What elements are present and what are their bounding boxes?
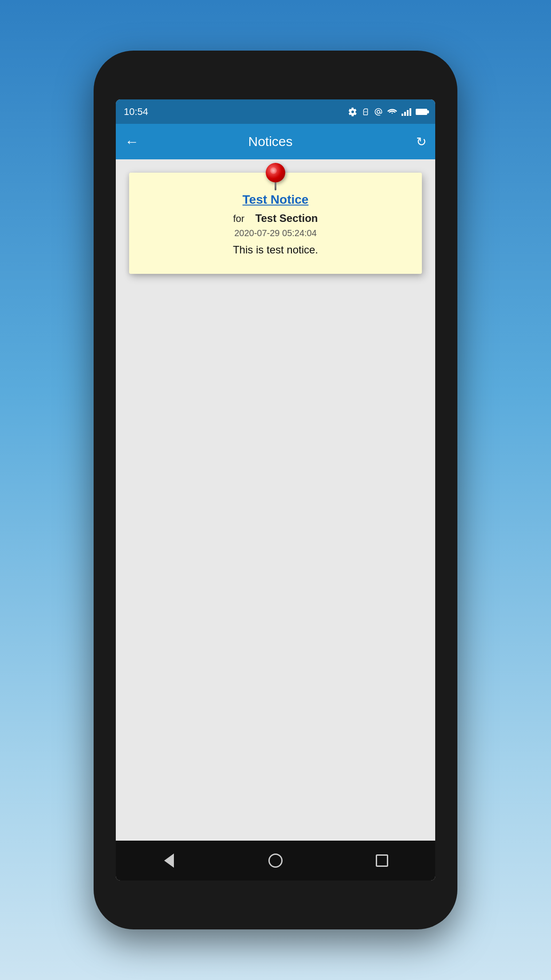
notice-card[interactable]: Test Notice for Test Section 2020-07-29 … bbox=[129, 173, 422, 274]
status-icons bbox=[348, 107, 427, 116]
for-label: for bbox=[233, 213, 244, 224]
battery-icon bbox=[416, 109, 427, 115]
home-circle-icon bbox=[268, 854, 283, 868]
phone-device: 10:54 bbox=[94, 51, 457, 929]
phone-screen: 10:54 bbox=[116, 99, 435, 881]
refresh-button[interactable]: ↻ bbox=[416, 134, 426, 149]
back-triangle-icon bbox=[164, 854, 174, 868]
notice-for-line: for Test Section bbox=[142, 212, 409, 225]
gear-icon bbox=[348, 107, 357, 116]
app-bar: ← Notices ↻ bbox=[116, 124, 435, 159]
status-bar: 10:54 bbox=[116, 99, 435, 124]
nav-back-button[interactable] bbox=[158, 850, 180, 872]
page-title: Notices bbox=[148, 134, 393, 149]
back-button[interactable]: ← bbox=[125, 134, 139, 150]
notice-section: Test Section bbox=[256, 212, 318, 224]
content-area: Test Notice for Test Section 2020-07-29 … bbox=[116, 159, 435, 841]
notice-title[interactable]: Test Notice bbox=[142, 193, 409, 207]
sim-icon bbox=[362, 107, 370, 116]
pushpin-icon bbox=[264, 163, 287, 190]
at-icon bbox=[374, 107, 383, 116]
nav-home-button[interactable] bbox=[264, 850, 287, 872]
notice-body: This is test notice. bbox=[142, 244, 409, 256]
signal-icon bbox=[401, 108, 411, 116]
notice-date: 2020-07-29 05:24:04 bbox=[142, 228, 409, 238]
nav-bar bbox=[116, 841, 435, 881]
status-time: 10:54 bbox=[124, 106, 148, 118]
wifi-icon bbox=[387, 108, 397, 116]
recent-square-icon bbox=[376, 854, 388, 867]
nav-recent-button[interactable] bbox=[371, 850, 393, 872]
